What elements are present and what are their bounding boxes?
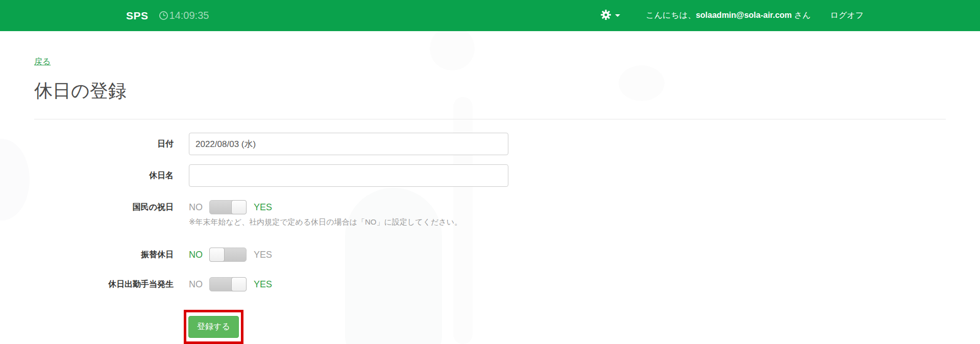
substitute-holiday-no-label: NO [189, 250, 203, 260]
settings-menu-button[interactable] [600, 9, 620, 22]
date-input[interactable] [189, 133, 508, 155]
national-holiday-yes-label: YES [254, 202, 272, 213]
watermark-shape [0, 139, 30, 220]
main-content: 戻る 休日の登録 日付 休日名 国民の祝日 NO Y [34, 31, 946, 344]
title-divider [34, 119, 946, 119]
user-greeting: こんにちは、solaadmin@sola-air.com さん [646, 10, 811, 21]
page-title: 休日の登録 [34, 79, 946, 104]
clock-time: 14:09:35 [169, 10, 209, 21]
date-label: 日付 [34, 139, 174, 150]
server-clock: 14:09:35 [159, 10, 209, 21]
substitute-holiday-label: 振替休日 [34, 250, 174, 260]
clock-icon [159, 11, 169, 20]
holiday-allowance-label: 休日出勤手当発生 [34, 279, 174, 290]
top-navbar: SPS 14:09:35 [0, 0, 980, 31]
form-row-holiday-allowance: 休日出勤手当発生 NO YES [34, 277, 946, 291]
form-row-national-holiday: 国民の祝日 NO YES [34, 200, 946, 214]
holiday-registration-form: 日付 休日名 国民の祝日 NO YES ※年末年始 [34, 133, 946, 344]
form-row-date: 日付 [34, 133, 946, 155]
national-holiday-no-label: NO [189, 202, 203, 213]
app-brand: SPS [126, 10, 149, 22]
user-email: solaadmin@sola-air.com [696, 11, 792, 19]
caret-down-icon [615, 14, 620, 17]
holiday-name-label: 休日名 [34, 170, 174, 181]
substitute-holiday-toggle[interactable] [209, 248, 247, 262]
holiday-allowance-toggle[interactable] [209, 277, 247, 291]
national-holiday-label: 国民の祝日 [34, 202, 174, 213]
national-holiday-note: ※年末年始など、社内規定で定める休日の場合は「NO」に設定してください。 [189, 217, 946, 227]
toggle-knob [209, 248, 225, 262]
submit-highlight-box: 登録する [184, 310, 243, 344]
navbar-right-group: こんにちは、solaadmin@sola-air.com さん ログオフ [600, 9, 864, 22]
form-row-holiday-name: 休日名 [34, 164, 946, 187]
back-link[interactable]: 戻る [34, 57, 51, 67]
logout-link[interactable]: ログオフ [830, 10, 864, 21]
holiday-name-input[interactable] [189, 164, 508, 187]
greeting-suffix: さん [792, 11, 811, 19]
holiday-allowance-yes-label: YES [254, 279, 272, 290]
register-button[interactable]: 登録する [188, 316, 239, 338]
form-row-substitute-holiday: 振替休日 NO YES [34, 248, 946, 262]
form-group-national-holiday: 国民の祝日 NO YES ※年末年始など、社内規定で定める休日の場合は「NO」に… [34, 200, 946, 227]
greeting-prefix: こんにちは、 [646, 11, 696, 19]
national-holiday-toggle[interactable] [209, 200, 247, 214]
holiday-allowance-no-label: NO [189, 279, 203, 290]
substitute-holiday-yes-label: YES [254, 250, 272, 260]
gear-icon [600, 9, 611, 22]
toggle-knob [231, 200, 247, 214]
toggle-knob [231, 277, 247, 291]
